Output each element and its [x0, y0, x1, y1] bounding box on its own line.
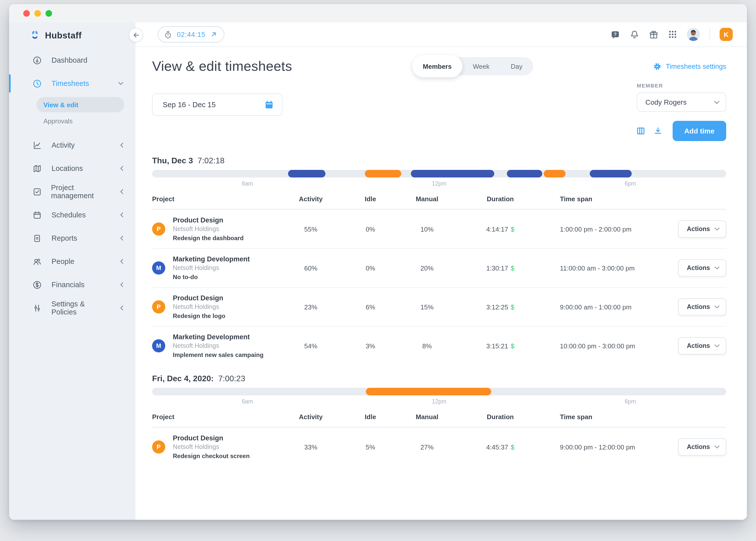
project-avatar: M [152, 262, 165, 274]
timeline-segment-orange[interactable] [544, 170, 566, 178]
nav-label: Locations [52, 164, 83, 173]
hubstaff-logo-icon [29, 30, 40, 41]
actions-button[interactable]: Actions [678, 221, 726, 238]
timer-value: 02:44:15 [177, 31, 205, 38]
back-button[interactable] [129, 28, 143, 42]
actions-button[interactable]: Actions [678, 438, 726, 455]
svg-text:?: ? [614, 32, 617, 37]
cell-timespan: 1:00:00 pm - 2:00:00 pm [544, 225, 678, 233]
project-cell: P Product Design Netsoft Holdings Redesi… [152, 434, 278, 460]
traffic-light-minimize-icon[interactable] [34, 10, 41, 16]
sidebar-item-settings-policies[interactable]: Settings & Policies [9, 296, 135, 319]
member-filter: MEMBER Cody Rogers [637, 82, 726, 112]
cell-manual: 10% [398, 225, 456, 233]
sidebar-item-timesheets[interactable]: Timesheets [9, 72, 135, 95]
actions-button[interactable]: Actions [678, 298, 726, 315]
main-area: 02:44:15 ? [135, 22, 747, 520]
cell-duration-value: 4:45:37 [486, 443, 508, 451]
notifications-bell-icon[interactable] [630, 30, 639, 39]
date-range-picker[interactable]: Sep 16 - Dec 15 [152, 94, 283, 116]
project-cell: P Product Design Netsoft Holdings Redesi… [152, 217, 278, 242]
columns-icon[interactable] [636, 126, 645, 136]
column-header-project: Project [152, 195, 278, 203]
column-header-duration: Duration [456, 195, 544, 203]
arrow-up-right-icon [210, 31, 217, 38]
tab-members[interactable]: Members [412, 55, 462, 77]
timeline-segment-orange[interactable] [365, 170, 401, 178]
arrow-left-icon [132, 31, 140, 39]
timeline-segment-blue[interactable] [507, 170, 543, 178]
map-icon [32, 164, 43, 173]
apps-grid-icon[interactable] [668, 30, 677, 39]
chevron-down-icon [715, 445, 720, 448]
cell-idle: 3% [343, 342, 398, 350]
user-avatar[interactable] [687, 28, 700, 41]
sidebar-item-activity[interactable]: Activity [9, 134, 135, 157]
sidebar-item-schedules[interactable]: Schedules [9, 203, 135, 227]
k-badge[interactable]: K [720, 28, 733, 41]
column-header-activity: Activity [278, 195, 343, 203]
dollar-icon [32, 280, 43, 289]
actions-button[interactable]: Actions [678, 260, 726, 276]
day-rows: P Product Design Netsoft Holdings Redesi… [152, 428, 726, 466]
chevron-down-icon [714, 100, 720, 104]
days-list: Thu, Dec 3 7:02:18 6am12pm6pm ProjectAct… [152, 156, 726, 466]
nav-label: Reports [52, 234, 77, 242]
timeline-ticks: 6am12pm6pm [152, 395, 726, 405]
chevron-down-icon [715, 344, 720, 347]
gift-icon[interactable] [649, 30, 658, 39]
project-client: Netsoft Holdings [173, 265, 250, 271]
chevron-left-icon [120, 259, 123, 264]
sidebar-item-project-management[interactable]: Project management [9, 180, 135, 203]
sidebar-item-financials[interactable]: Financials [9, 273, 135, 296]
nav-label: Dashboard [52, 56, 88, 64]
cell-duration-value: 4:14:17 [486, 225, 508, 233]
project-task: Redesign the dashboard [173, 235, 244, 242]
tab-day[interactable]: Day [500, 57, 533, 75]
project-task: Redesign the logo [173, 312, 225, 319]
timeline-segment-orange[interactable] [366, 388, 491, 395]
cell-activity: 54% [278, 342, 343, 350]
cell-timespan: 10:00:00 pm - 3:00:00 pm [544, 342, 678, 350]
actions-button[interactable]: Actions [678, 337, 726, 354]
page-title: View & edit timesheets [152, 58, 292, 74]
table-row: M Marketing Development Netsoft Holdings… [152, 326, 726, 365]
tab-week[interactable]: Week [462, 57, 500, 75]
table-header: ProjectActivityIdleManualDurationTime sp… [152, 189, 726, 210]
column-header-manual: Manual [398, 195, 456, 203]
actions-label: Actions [687, 303, 710, 310]
cell-duration-value: 3:12:25 [486, 303, 508, 311]
sidebar-subitem-view-edit[interactable]: View & edit [36, 97, 124, 112]
timesheets-settings-link[interactable]: Timesheets settings [653, 62, 726, 71]
timeline-ticks: 6am12pm6pm [152, 178, 726, 188]
timeline-segment-blue[interactable] [411, 170, 494, 178]
subnav-label: View & edit [44, 101, 78, 109]
add-time-button[interactable]: Add time [673, 121, 726, 141]
nav-label: Settings & Policies [51, 300, 111, 316]
sidebar-item-dashboard[interactable]: Dashboard [9, 49, 135, 72]
cell-duration: 4:14:17 $ [456, 225, 544, 233]
traffic-light-close-icon[interactable] [23, 10, 30, 16]
project-avatar: M [152, 339, 165, 352]
app-window: Hubstaff Dashboard Timesheets View & edi… [9, 4, 747, 520]
download-icon[interactable] [653, 126, 662, 136]
sidebar-subnav: View & edit Approvals [9, 95, 135, 132]
member-select[interactable]: Cody Rogers [637, 93, 726, 112]
sidebar-item-people[interactable]: People [9, 250, 135, 273]
chevron-left-icon [120, 166, 123, 171]
nav-label: Financials [52, 280, 85, 289]
timeline-segment-blue[interactable] [288, 170, 326, 178]
sidebar-subitem-approvals[interactable]: Approvals [36, 113, 124, 129]
project-client: Netsoft Holdings [173, 226, 244, 233]
timeline-segment-blue[interactable] [590, 170, 631, 178]
sidebar-nav: Dashboard Timesheets View & edit Approva… [9, 49, 135, 319]
sidebar-item-locations[interactable]: Locations [9, 157, 135, 180]
help-icon[interactable]: ? [611, 30, 620, 39]
brand-name: Hubstaff [45, 30, 82, 41]
app-logo[interactable]: Hubstaff [9, 22, 135, 49]
traffic-light-zoom-icon[interactable] [46, 10, 52, 16]
project-client: Netsoft Holdings [173, 443, 250, 450]
cell-activity: 55% [278, 225, 343, 233]
sidebar-item-reports[interactable]: Reports [9, 227, 135, 250]
timer-widget[interactable]: 02:44:15 [158, 26, 224, 42]
